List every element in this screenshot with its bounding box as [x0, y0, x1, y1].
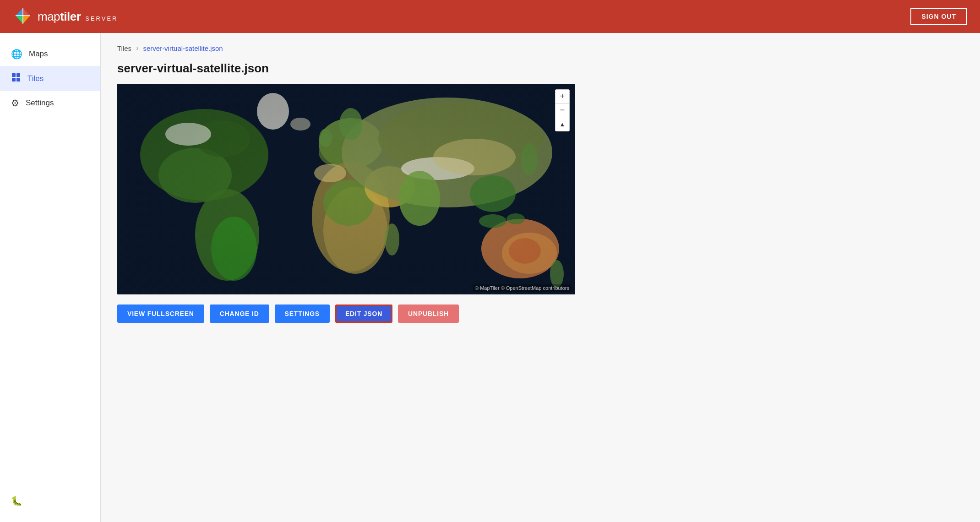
breadcrumb-current: server-virtual-satellite.json — [143, 44, 223, 52]
map-container: + − ▲ © MapTiler © OpenStreetMap contrib… — [117, 84, 575, 294]
sidebar-item-maps[interactable]: 🌐 Maps — [0, 42, 100, 66]
map-svg — [117, 84, 575, 294]
sidebar-item-settings-label: Settings — [26, 98, 54, 108]
view-fullscreen-button[interactable]: VIEW FULLSCREEN — [117, 304, 204, 323]
zoom-out-button[interactable]: − — [555, 103, 569, 117]
main-layout: 🌐 Maps Tiles ⚙ Settings 🐛 — [0, 33, 980, 522]
logo-icon — [13, 6, 33, 27]
unpublish-button[interactable]: UNPUBLISH — [398, 304, 459, 323]
change-id-button[interactable]: CHANGE ID — [210, 304, 269, 323]
globe-icon: 🌐 — [11, 49, 22, 60]
breadcrumb-parent-link[interactable]: Tiles — [117, 44, 131, 52]
content: Tiles › server-virtual-satellite.json se… — [101, 33, 980, 522]
logo-maptiler: maptiler — [38, 10, 81, 24]
svg-rect-7 — [12, 73, 16, 77]
settings-button[interactable]: SETTINGS — [275, 304, 330, 323]
zoom-in-button[interactable]: + — [555, 90, 569, 103]
svg-marker-1 — [23, 8, 30, 16]
breadcrumb: Tiles › server-virtual-satellite.json — [117, 44, 964, 52]
svg-rect-43 — [117, 84, 575, 294]
sidebar-item-settings[interactable]: ⚙ Settings — [0, 91, 100, 115]
logo-text: maptiler SERVER — [38, 10, 118, 24]
compass-button[interactable]: ▲ — [555, 117, 569, 131]
svg-marker-4 — [23, 16, 30, 24]
sign-out-button[interactable]: SIGN OUT — [910, 8, 967, 25]
logo-area: maptiler SERVER — [13, 6, 118, 27]
svg-rect-10 — [16, 78, 20, 82]
sidebar-bottom: 🐛 — [0, 489, 100, 513]
svg-rect-9 — [12, 78, 16, 82]
breadcrumb-separator: › — [136, 44, 138, 52]
action-buttons: VIEW FULLSCREEN CHANGE ID SETTINGS EDIT … — [117, 304, 964, 323]
settings-icon: ⚙ — [11, 98, 19, 109]
tiles-icon — [11, 72, 21, 85]
logo-server: SERVER — [85, 15, 118, 22]
header: maptiler SERVER SIGN OUT — [0, 0, 980, 33]
sidebar-item-tiles-label: Tiles — [27, 74, 44, 83]
sidebar: 🌐 Maps Tiles ⚙ Settings 🐛 — [0, 33, 101, 522]
map-controls: + − ▲ — [555, 89, 570, 131]
map-attribution: © MapTiler © OpenStreetMap contributors — [473, 284, 572, 292]
edit-json-button[interactable]: EDIT JSON — [335, 304, 392, 323]
svg-marker-2 — [16, 8, 23, 16]
sidebar-item-maps-label: Maps — [29, 49, 48, 59]
sidebar-item-tiles[interactable]: Tiles — [0, 66, 100, 91]
svg-marker-3 — [16, 16, 23, 24]
svg-rect-8 — [16, 73, 20, 77]
debug-icon: 🐛 — [11, 495, 22, 506]
debug-item[interactable]: 🐛 — [11, 495, 89, 506]
page-title: server-virtual-satellite.json — [117, 61, 964, 76]
